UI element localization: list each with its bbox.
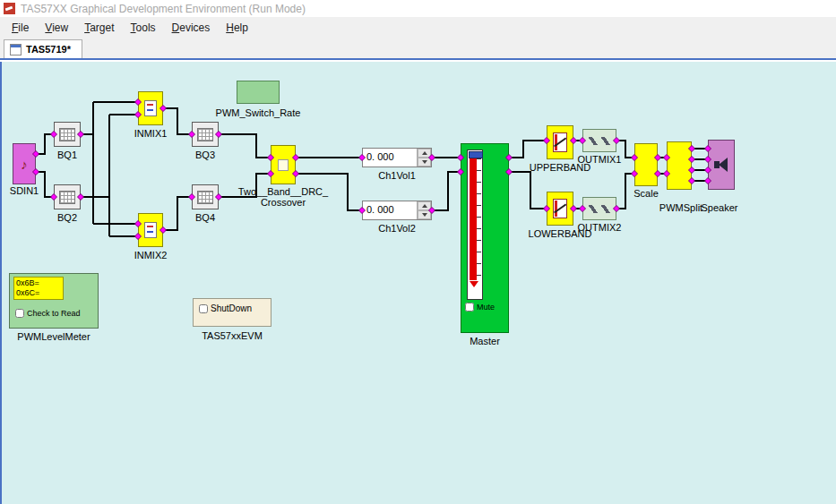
menu-bar: File View Target Tools Devices Help xyxy=(0,17,836,38)
pwmsplit-block[interactable] xyxy=(667,141,692,190)
spin-up-button[interactable] xyxy=(418,149,431,158)
mute-label: Mute xyxy=(477,303,495,312)
app-icon xyxy=(4,3,15,14)
crossover-block[interactable] xyxy=(271,145,296,184)
upperband-block[interactable] xyxy=(547,125,573,159)
outmix1-label: OUTMIX1 xyxy=(578,154,622,165)
schematic-canvas[interactable] xyxy=(0,62,836,504)
outmix2-block[interactable] xyxy=(582,197,616,220)
menu-target[interactable]: Target xyxy=(76,19,122,37)
ch1vol1-value: 0. 000 xyxy=(363,149,417,167)
inmix2-block[interactable] xyxy=(138,213,163,247)
ch1vol1-spinbox[interactable]: 0. 000 xyxy=(362,148,432,167)
biquad-grid-icon xyxy=(59,191,75,204)
speaker-icon xyxy=(713,157,729,173)
document-icon xyxy=(10,44,22,56)
menu-help[interactable]: Help xyxy=(218,19,256,37)
tas57xx-evm-label: TAS57xxEVM xyxy=(202,330,263,341)
drc-curve-icon xyxy=(553,132,567,152)
menu-devices[interactable]: Devices xyxy=(164,19,219,37)
outmix-icon xyxy=(589,205,598,213)
crossover-label: Two__Band__DRC_ Crossover xyxy=(238,186,328,208)
tab-label: TAS5719* xyxy=(26,44,71,55)
bq3-label: BQ3 xyxy=(195,149,215,160)
bq4-label: BQ4 xyxy=(195,212,215,223)
drc-curve-icon xyxy=(553,199,567,218)
tab-tas5719[interactable]: TAS5719* xyxy=(4,39,82,58)
arrow-up-icon xyxy=(422,151,427,155)
bq2-label: BQ2 xyxy=(57,212,77,223)
pwm-level-meter-block[interactable]: 0x6B= 0x6C= Check to Read xyxy=(9,273,99,329)
mixer-icon xyxy=(144,222,157,238)
spin-down-button[interactable] xyxy=(418,210,431,219)
bq1-label: BQ1 xyxy=(57,149,77,160)
bq1-block[interactable] xyxy=(54,122,81,147)
mixer-icon xyxy=(144,100,157,116)
pwmsplit-label: PWMSplit xyxy=(659,202,702,213)
scale-block[interactable] xyxy=(634,143,658,186)
ch1vol2-spin-buttons xyxy=(417,201,431,219)
arrow-down-icon xyxy=(422,160,427,164)
master-volume-block[interactable]: Mute xyxy=(461,143,509,333)
pwm-switch-rate-block[interactable] xyxy=(237,81,280,104)
speaker-label: Speaker xyxy=(702,202,738,213)
arrow-down-icon xyxy=(422,213,427,217)
register-readout: 0x6B= 0x6C= xyxy=(13,277,64,300)
spin-up-button[interactable] xyxy=(418,201,431,210)
outmix1-block[interactable] xyxy=(582,129,616,152)
crossover-label-line1: Two__Band__DRC_ xyxy=(238,186,328,197)
check-to-read-control[interactable]: Check to Read xyxy=(15,309,81,318)
outmix-icon xyxy=(601,205,610,213)
menu-file[interactable]: File xyxy=(4,19,37,37)
bq3-block[interactable] xyxy=(192,122,219,147)
mute-checkbox[interactable] xyxy=(465,303,474,312)
mute-control[interactable]: Mute xyxy=(465,303,495,312)
ch1vol1-spin-buttons xyxy=(417,149,431,167)
biquad-grid-icon xyxy=(197,128,213,141)
sdin1-label: SDIN1 xyxy=(10,185,39,196)
shutdown-control[interactable]: ShutDown xyxy=(199,303,252,313)
scale-label: Scale xyxy=(633,188,659,199)
check-to-read-checkbox[interactable] xyxy=(15,309,24,318)
check-to-read-label: Check to Read xyxy=(27,309,81,318)
crossover-label-line2: Crossover xyxy=(238,197,328,208)
outmix2-label: OUTMIX2 xyxy=(578,222,622,233)
arrow-up-icon xyxy=(422,204,427,208)
shutdown-checkbox[interactable] xyxy=(199,304,208,313)
music-note-icon: ♪ xyxy=(21,158,28,171)
biquad-grid-icon xyxy=(197,191,213,204)
biquad-grid-icon xyxy=(59,128,75,141)
master-level-bar xyxy=(470,158,477,280)
menu-view[interactable]: View xyxy=(37,19,76,37)
inmix1-label: INMIX1 xyxy=(134,128,168,139)
slider-ticks xyxy=(477,158,481,280)
pwm-switch-rate-label: PWM_Switch_Rate xyxy=(216,107,301,118)
pwm-level-meter-label: PWMLevelMeter xyxy=(17,331,90,342)
slider-thumb[interactable] xyxy=(469,151,483,158)
master-label: Master xyxy=(470,336,500,346)
master-slider[interactable] xyxy=(467,149,483,300)
bq2-block[interactable] xyxy=(54,184,81,209)
app-window: TAS57XX Graphical Development Environmen… xyxy=(0,0,836,504)
sdin1-block[interactable]: ♪ xyxy=(13,143,36,184)
ch1vol2-spinbox[interactable]: 0. 000 xyxy=(362,201,432,220)
bq4-block[interactable] xyxy=(192,184,219,209)
ch1vol1-label: Ch1Vol1 xyxy=(378,170,416,181)
window-title: TAS57XX Graphical Development Environmen… xyxy=(21,3,306,15)
tab-bar: TAS5719* xyxy=(0,38,836,60)
lowerband-block[interactable] xyxy=(547,192,573,226)
shutdown-label: ShutDown xyxy=(211,303,252,313)
title-bar: TAS57XX Graphical Development Environmen… xyxy=(0,0,836,17)
crossover-icon xyxy=(278,159,289,171)
outmix-icon xyxy=(589,137,598,145)
reg-6b-value: 0x6B= xyxy=(16,278,61,288)
menu-tools[interactable]: Tools xyxy=(123,19,164,37)
speaker-block[interactable] xyxy=(708,140,735,190)
tas57xx-evm-block[interactable]: ShutDown xyxy=(193,298,271,327)
inmix2-label: INMIX2 xyxy=(134,250,168,261)
ch1vol2-value: 0. 000 xyxy=(363,201,417,219)
outmix-icon xyxy=(601,137,610,145)
inmix1-block[interactable] xyxy=(138,91,163,125)
level-pointer xyxy=(470,281,478,287)
spin-down-button[interactable] xyxy=(418,158,431,167)
